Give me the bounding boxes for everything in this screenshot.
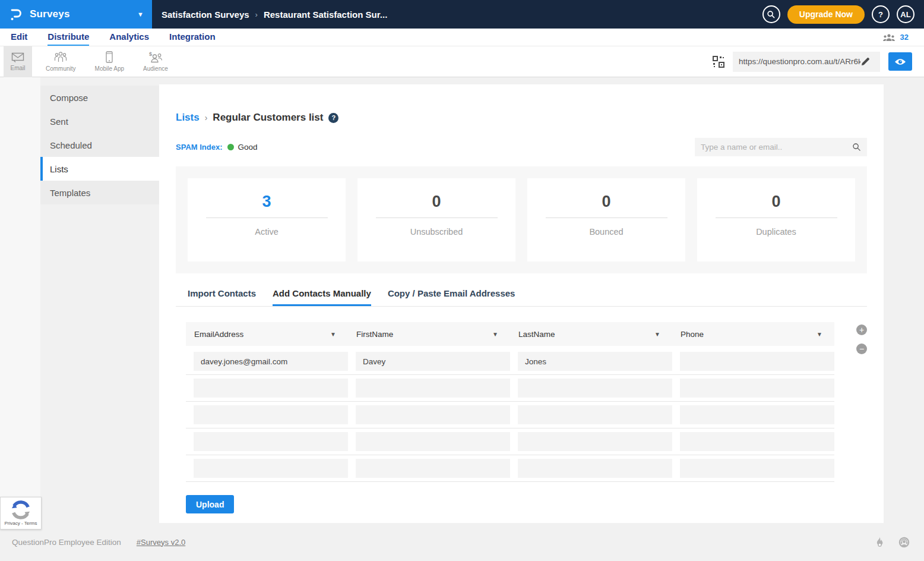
headset-icon xyxy=(898,537,910,548)
tab-copy-paste-emails[interactable]: Copy / Paste Email Addresses xyxy=(388,282,515,306)
add-row-button[interactable]: + xyxy=(856,324,867,335)
sidebar-item-scheduled[interactable]: Scheduled xyxy=(40,133,159,157)
top-bar: Surveys ▼ Satisfaction Surveys › Restaur… xyxy=(0,0,924,29)
survey-url-field[interactable] xyxy=(733,52,880,72)
column-label: Phone xyxy=(681,330,704,339)
divider xyxy=(546,218,667,218)
status-dot-icon xyxy=(227,144,234,150)
respondents-indicator[interactable]: 32 xyxy=(882,29,924,46)
footer: QuestionPro Employee Edition #Surveys v2… xyxy=(0,523,924,561)
email-field[interactable] xyxy=(194,379,348,398)
support-headset-button[interactable] xyxy=(898,537,910,548)
product-switcher[interactable]: Surveys ▼ xyxy=(0,0,152,29)
firstname-field[interactable] xyxy=(356,379,510,398)
breadcrumb-folder[interactable]: Satisfaction Surveys xyxy=(162,10,249,20)
firstname-field[interactable] xyxy=(356,459,510,478)
list-help-icon[interactable]: ? xyxy=(328,113,338,123)
email-field[interactable] xyxy=(194,352,348,371)
phone-field[interactable] xyxy=(680,379,834,398)
breadcrumb: Satisfaction Surveys › Restaurant Satisf… xyxy=(162,10,387,20)
audience-icon: $ xyxy=(148,51,163,63)
contact-row xyxy=(186,348,834,375)
column-select-phone[interactable]: Phone ▼ xyxy=(672,322,834,346)
stat-label: Unsubscribed xyxy=(410,227,463,237)
lists-link[interactable]: Lists xyxy=(176,112,200,124)
firstname-field[interactable] xyxy=(356,432,510,451)
tab-analytics[interactable]: Analytics xyxy=(109,29,149,46)
phone-field[interactable] xyxy=(680,459,834,478)
mobile-app-icon xyxy=(105,51,113,63)
firstname-field[interactable] xyxy=(356,352,510,371)
column-select-lastname[interactable]: LastName ▼ xyxy=(510,322,672,346)
eye-icon xyxy=(894,58,906,65)
email-sidebar: Compose Sent Scheduled Lists Templates xyxy=(40,86,159,204)
qr-code-button[interactable] xyxy=(713,56,724,68)
stat-value: 0 xyxy=(602,193,610,211)
lastname-field[interactable] xyxy=(518,432,672,451)
sidebar-item-lists[interactable]: Lists xyxy=(40,157,159,181)
spam-index-row: SPAM Index: Good xyxy=(176,138,867,156)
column-label: FirstName xyxy=(356,330,393,339)
email-field[interactable] xyxy=(194,459,348,478)
list-breadcrumb: Lists › Regular Customers list ? xyxy=(176,111,867,125)
footer-edition-label: QuestionPro Employee Edition xyxy=(12,538,121,547)
community-icon xyxy=(53,51,68,63)
phone-field[interactable] xyxy=(680,432,834,451)
upload-button[interactable]: Upload xyxy=(186,495,234,513)
stat-value[interactable]: 3 xyxy=(262,193,271,211)
lists-panel: Lists › Regular Customers list ? SPAM In… xyxy=(159,84,884,523)
firstname-field[interactable] xyxy=(356,405,510,424)
tab-add-contacts-manually[interactable]: Add Contacts Manually xyxy=(273,282,371,306)
lastname-field[interactable] xyxy=(518,379,672,398)
tab-import-contacts[interactable]: Import Contacts xyxy=(188,282,256,306)
spam-index-status: Good xyxy=(238,143,258,152)
search-icon[interactable] xyxy=(852,143,861,152)
survey-nav-items: Edit Distribute Analytics Integration xyxy=(0,29,216,46)
lastname-field[interactable] xyxy=(518,352,672,371)
whats-new-flame-button[interactable] xyxy=(875,537,884,548)
breadcrumb-separator-icon: › xyxy=(205,113,208,122)
tab-edit[interactable]: Edit xyxy=(11,29,27,46)
tool-email-label: Email xyxy=(10,65,25,71)
contact-search-input[interactable] xyxy=(701,143,852,152)
sidebar-item-templates[interactable]: Templates xyxy=(40,181,159,204)
column-select-emailaddress[interactable]: EmailAddress ▼ xyxy=(186,322,348,346)
chevron-down-icon: ▼ xyxy=(492,331,498,338)
footer-version-link[interactable]: #Surveys v2.0 xyxy=(137,538,185,547)
breadcrumb-survey[interactable]: Restaurant Satisfaction Sur... xyxy=(264,10,387,20)
tool-audience[interactable]: $ Audience xyxy=(138,46,173,77)
phone-field[interactable] xyxy=(680,352,834,371)
sidebar-item-compose[interactable]: Compose xyxy=(40,86,159,109)
stat-card-bounced: 0 Bounced xyxy=(527,178,685,261)
recaptcha-badge[interactable]: Privacy - Terms xyxy=(0,497,42,530)
contact-row xyxy=(186,428,834,455)
edit-url-pencil-icon[interactable] xyxy=(860,56,871,67)
lastname-field[interactable] xyxy=(518,459,672,478)
avatar[interactable]: AL xyxy=(897,5,914,23)
sidebar-item-sent[interactable]: Sent xyxy=(40,109,159,133)
search-button[interactable] xyxy=(762,5,780,23)
tool-mobile-app[interactable]: Mobile App xyxy=(90,46,129,77)
stat-value: 0 xyxy=(771,193,780,211)
recaptcha-privacy-terms[interactable]: Privacy - Terms xyxy=(5,521,37,526)
tab-integration[interactable]: Integration xyxy=(169,29,216,46)
questionpro-logo-icon xyxy=(8,7,24,22)
email-field[interactable] xyxy=(194,432,348,451)
phone-field[interactable] xyxy=(680,405,834,424)
help-button[interactable]: ? xyxy=(872,5,890,23)
remove-row-button[interactable]: − xyxy=(856,343,867,354)
preview-button[interactable] xyxy=(888,52,912,71)
survey-url-input[interactable] xyxy=(739,57,860,66)
tool-community[interactable]: Community xyxy=(40,46,81,77)
stat-label: Duplicates xyxy=(756,227,796,237)
upgrade-now-button[interactable]: Upgrade Now xyxy=(787,5,865,24)
column-select-firstname[interactable]: FirstName ▼ xyxy=(348,322,510,346)
tool-email[interactable]: Email xyxy=(4,46,32,77)
contacts-grid: EmailAddress ▼ FirstName ▼ LastName ▼ Ph… xyxy=(186,322,834,482)
email-field[interactable] xyxy=(194,405,348,424)
svg-text:$: $ xyxy=(149,51,152,57)
lastname-field[interactable] xyxy=(518,405,672,424)
contact-search-box[interactable] xyxy=(695,138,867,156)
tab-distribute[interactable]: Distribute xyxy=(48,29,89,46)
distribute-toolbar: Email Community Mobile App $ Audience xyxy=(0,46,924,77)
